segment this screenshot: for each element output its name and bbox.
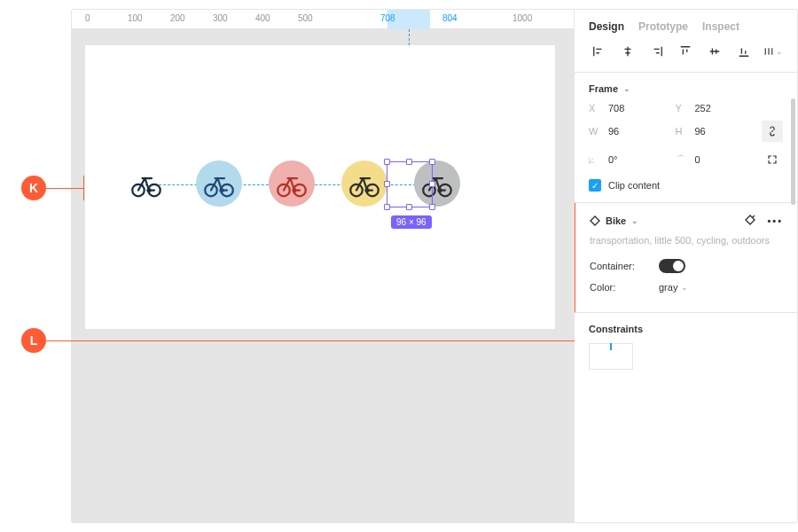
design-panel: Design Prototype Inspect ⌄ Frame ⌄ X708 … — [574, 10, 797, 522]
container-label: Container: — [590, 261, 659, 271]
frame-section: Frame ⌄ X708 Y252 W96 H96 ⟀0° ⌒0 ✓ Clip … — [575, 73, 797, 203]
component-name-text: Bike — [606, 215, 626, 226]
align-center-v-icon[interactable] — [705, 42, 724, 61]
frame-title-text: Frame — [589, 83, 618, 94]
h-value: 96 — [695, 126, 706, 137]
x-field[interactable]: X708 — [589, 103, 665, 113]
x-value: 708 — [608, 103, 624, 113]
x-label: X — [589, 103, 601, 113]
annotation-k-tick — [83, 176, 84, 200]
y-label: Y — [676, 103, 688, 113]
color-value: gray — [659, 282, 677, 293]
color-label: Color: — [590, 282, 659, 293]
chevron-down-icon: ⌄ — [623, 84, 630, 93]
ruler-tick: 0 — [85, 13, 90, 23]
instance-icon — [590, 215, 600, 226]
align-right-icon[interactable] — [647, 42, 667, 61]
annotation-k-badge: K — [21, 176, 46, 200]
clip-content-label: Clip content — [608, 180, 660, 191]
bike-variant-blue[interactable] — [196, 160, 242, 207]
y-field[interactable]: Y252 — [676, 103, 752, 113]
alignment-tools: ⌄ — [575, 42, 797, 73]
panel-tabs: Design Prototype Inspect — [575, 10, 797, 42]
align-left-icon[interactable] — [589, 42, 608, 61]
chevron-down-icon: ⌄ — [681, 283, 688, 292]
bike-variant-yellow[interactable] — [341, 160, 387, 207]
radius-field[interactable]: ⌒0 — [676, 153, 752, 167]
annotation-l-badge: L — [21, 328, 46, 353]
width-field[interactable]: W96 — [589, 126, 665, 137]
ruler-tick-selected: 708 — [380, 13, 395, 23]
color-dropdown[interactable]: gray⌄ — [659, 282, 688, 293]
constrain-proportions-icon[interactable] — [762, 121, 783, 142]
w-value: 96 — [608, 126, 619, 137]
individual-corners-icon[interactable] — [762, 149, 783, 170]
component-name[interactable]: Bike ⌄ — [590, 215, 638, 226]
resize-handle-sw[interactable] — [384, 204, 390, 210]
rotation-icon: ⟀ — [589, 154, 601, 165]
scrollbar-thumb[interactable] — [791, 98, 795, 205]
go-to-main-icon[interactable] — [744, 214, 756, 228]
bike-icon — [276, 168, 308, 200]
ruler-tick: 200 — [170, 13, 185, 23]
ruler-tick: 1000 — [512, 13, 532, 23]
align-center-h-icon[interactable] — [618, 42, 638, 61]
constraints-widget[interactable] — [589, 343, 633, 370]
app-window: 0 100 200 300 400 500 708 804 1000 — [71, 9, 798, 523]
component-description: transportation, little 500, cycling, out… — [590, 233, 783, 248]
align-top-icon[interactable] — [676, 42, 695, 61]
container-toggle[interactable] — [659, 259, 685, 273]
ruler-tick: 500 — [298, 13, 313, 23]
annotation-k-line — [46, 188, 83, 189]
bike-variant-plain[interactable] — [123, 160, 169, 207]
tab-inspect[interactable]: Inspect — [702, 20, 739, 33]
resize-handle-s[interactable] — [406, 204, 412, 210]
bike-icon — [130, 168, 162, 200]
w-label: W — [589, 126, 601, 137]
resize-handle-nw[interactable] — [384, 159, 390, 165]
ruler-tick-selected: 804 — [442, 13, 458, 23]
height-field[interactable]: H96 — [676, 126, 752, 137]
clip-content-row[interactable]: ✓ Clip content — [589, 179, 783, 192]
bike-variant-red[interactable] — [269, 160, 315, 207]
radius-value: 0 — [695, 154, 700, 165]
resize-handle-ne[interactable] — [429, 159, 435, 165]
ruler-tick: 400 — [255, 13, 270, 23]
ruler-tick: 300 — [213, 13, 228, 23]
ruler-horizontal[interactable]: 0 100 200 300 400 500 708 804 1000 — [72, 10, 574, 29]
constraints-section: Constraints — [575, 313, 797, 380]
ruler-tick: 100 — [128, 13, 143, 23]
rotation-value: 0° — [608, 154, 618, 165]
resize-handle-se[interactable] — [429, 204, 435, 210]
dimension-badge: 96 × 96 — [391, 215, 432, 229]
constraints-title-text: Constraints — [589, 324, 643, 334]
h-label: H — [676, 126, 688, 137]
rotation-field[interactable]: ⟀0° — [589, 154, 665, 165]
align-bottom-icon[interactable] — [734, 42, 754, 61]
frame-section-title[interactable]: Frame ⌄ — [589, 83, 783, 94]
constraint-top-indicator — [610, 343, 612, 350]
component-section: Bike ⌄ ••• transportation, little 500, c… — [574, 203, 797, 313]
annotation-l-line — [46, 340, 575, 341]
radius-icon: ⌒ — [676, 153, 688, 167]
more-icon[interactable]: ••• — [767, 215, 783, 226]
distribute-icon[interactable]: ⌄ — [763, 42, 783, 61]
tab-prototype[interactable]: Prototype — [638, 20, 688, 33]
canvas-area[interactable]: 0 100 200 300 400 500 708 804 1000 — [72, 10, 574, 522]
resize-handle-e[interactable] — [429, 181, 435, 187]
chevron-down-icon: ⌄ — [631, 216, 638, 225]
tab-design[interactable]: Design — [589, 20, 624, 33]
selection-box[interactable] — [387, 161, 433, 207]
bike-icon — [203, 168, 235, 200]
y-value: 252 — [695, 103, 711, 113]
bike-icon — [348, 168, 380, 200]
resize-handle-w[interactable] — [384, 181, 390, 187]
constraints-title: Constraints — [589, 324, 783, 334]
resize-handle-n[interactable] — [406, 159, 412, 165]
clip-content-checkbox[interactable]: ✓ — [589, 179, 601, 192]
